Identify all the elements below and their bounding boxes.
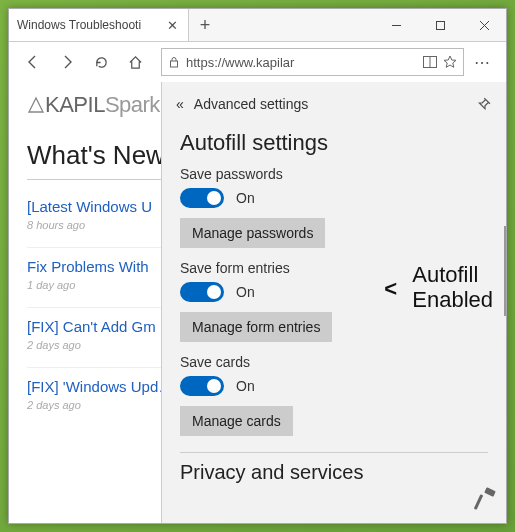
close-window-button[interactable] <box>462 9 506 41</box>
back-chevron-icon[interactable]: « <box>176 96 184 112</box>
save-cards-label: Save cards <box>180 354 488 370</box>
svg-rect-8 <box>474 494 483 510</box>
pane-body: Autofill settings Save passwords On Mana… <box>162 126 506 523</box>
privacy-heading: Privacy and services <box>180 461 488 484</box>
forward-button[interactable] <box>51 46 83 78</box>
home-button[interactable] <box>119 46 151 78</box>
tab-bar: Windows Troubleshooti ✕ + <box>9 9 506 42</box>
manage-passwords-button[interactable]: Manage passwords <box>180 218 325 248</box>
close-tab-icon[interactable]: ✕ <box>165 16 180 35</box>
url-field[interactable]: https://www.kapilar <box>161 48 464 76</box>
pane-header: « Advanced settings <box>162 82 506 126</box>
svg-rect-7 <box>484 487 496 497</box>
svg-rect-4 <box>171 61 178 67</box>
minimize-button[interactable] <box>374 9 418 41</box>
content-area: KAPILSpark What's New [Latest Windows U … <box>9 82 506 523</box>
toggle-state: On <box>236 284 255 300</box>
tab-title: Windows Troubleshooti <box>17 18 165 32</box>
save-passwords-label: Save passwords <box>180 166 488 182</box>
settings-pane: « Advanced settings Autofill settings Sa… <box>161 82 506 523</box>
save-passwords-toggle[interactable] <box>180 188 224 208</box>
maximize-button[interactable] <box>418 9 462 41</box>
address-bar: https://www.kapilar ⋯ <box>9 42 506 82</box>
scrollbar-thumb[interactable] <box>504 226 506 316</box>
new-tab-button[interactable]: + <box>189 9 221 41</box>
hammer-icon <box>471 486 499 518</box>
divider <box>180 452 488 453</box>
pin-icon[interactable] <box>478 96 492 113</box>
window-controls <box>374 9 506 41</box>
save-cards-toggle[interactable] <box>180 376 224 396</box>
browser-tab[interactable]: Windows Troubleshooti ✕ <box>9 9 189 41</box>
refresh-button[interactable] <box>85 46 117 78</box>
lock-icon <box>168 56 180 68</box>
edge-window: Windows Troubleshooti ✕ + <box>8 8 507 524</box>
favorite-icon[interactable] <box>443 55 457 69</box>
manage-cards-button[interactable]: Manage cards <box>180 406 293 436</box>
save-entries-label: Save form entries <box>180 260 488 276</box>
toggle-state: On <box>236 190 255 206</box>
toggle-state: On <box>236 378 255 394</box>
save-entries-toggle[interactable] <box>180 282 224 302</box>
more-button[interactable]: ⋯ <box>466 46 498 78</box>
section-heading: Autofill settings <box>180 130 488 156</box>
manage-entries-button[interactable]: Manage form entries <box>180 312 332 342</box>
pane-title: Advanced settings <box>194 96 308 112</box>
url-text: https://www.kapilar <box>186 55 417 70</box>
reading-list-icon[interactable] <box>423 56 437 68</box>
back-button[interactable] <box>17 46 49 78</box>
svg-rect-1 <box>436 21 444 29</box>
